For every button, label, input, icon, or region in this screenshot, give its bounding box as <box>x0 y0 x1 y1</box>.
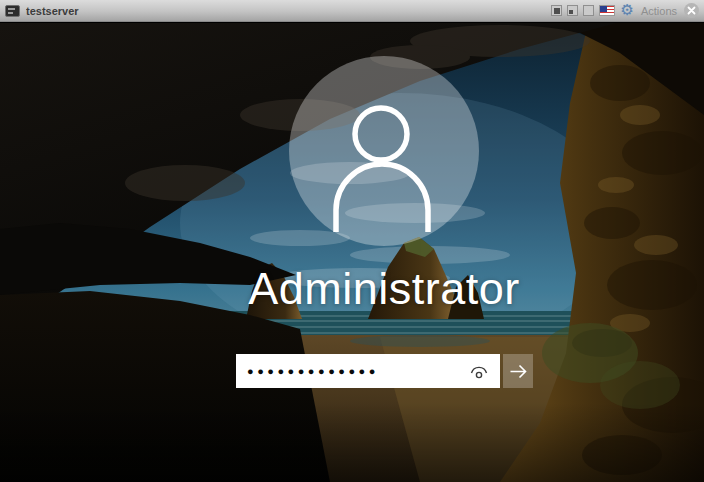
console-monitor-icon <box>5 5 20 17</box>
close-icon[interactable] <box>684 3 699 18</box>
scale-down-icon[interactable] <box>567 5 578 16</box>
scale-to-fit-icon[interactable] <box>551 5 562 16</box>
vm-screen: Administrator ●●●●●●●●●●●●● <box>0 23 704 482</box>
vm-console-window: testserver ⚙ Actions <box>0 0 704 482</box>
titlebar: testserver ⚙ Actions <box>0 0 704 22</box>
eye-icon[interactable] <box>468 363 490 379</box>
window-title: testserver <box>26 5 545 17</box>
close-x-glyph <box>687 6 696 15</box>
password-row: ●●●●●●●●●●●●● <box>236 354 533 388</box>
submit-button[interactable] <box>503 354 533 388</box>
user-silhouette-icon <box>289 56 479 246</box>
titlebar-controls: ⚙ Actions <box>551 3 699 18</box>
us-flag-keyboard-layout-icon[interactable] <box>599 5 615 16</box>
right-arrow-icon <box>509 364 528 379</box>
actual-size-icon[interactable] <box>583 5 594 16</box>
gear-icon[interactable]: ⚙ <box>620 3 633 18</box>
username-label: Administrator <box>64 266 704 312</box>
avatar <box>289 56 479 246</box>
password-input[interactable]: ●●●●●●●●●●●●● <box>236 354 500 388</box>
password-masked-value: ●●●●●●●●●●●●● <box>236 354 413 388</box>
actions-menu[interactable]: Actions <box>639 5 679 17</box>
